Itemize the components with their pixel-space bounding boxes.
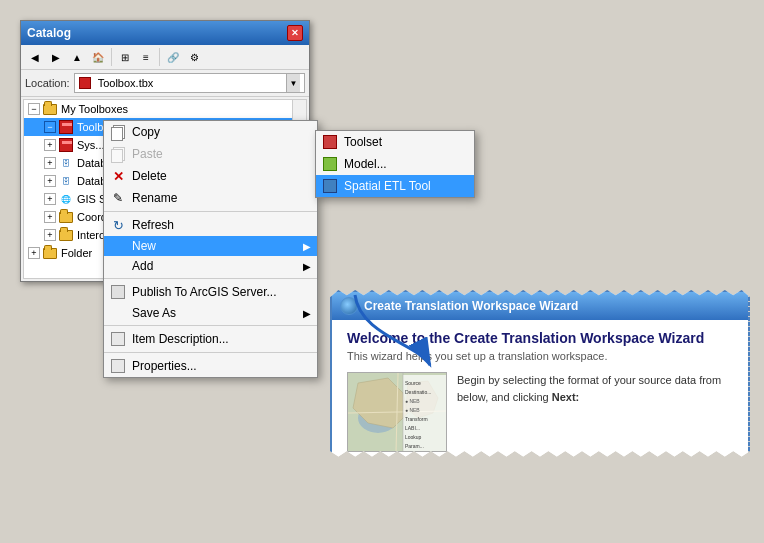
forward-button[interactable]: ▶ bbox=[46, 47, 66, 67]
context-menu: Copy Paste ✕ Delete ✎ Rename ↻ Refresh N… bbox=[103, 120, 318, 378]
gis-icon: 🌐 bbox=[58, 191, 74, 207]
sep1 bbox=[104, 211, 317, 212]
menu-item-paste: Paste bbox=[104, 143, 317, 165]
menu-label-add: Add bbox=[132, 259, 297, 273]
menu-item-copy[interactable]: Copy bbox=[104, 121, 317, 143]
expander-toolbox[interactable]: − bbox=[44, 121, 56, 133]
svg-text:LABI...: LABI... bbox=[405, 425, 420, 431]
expander-db1[interactable]: + bbox=[44, 157, 56, 169]
svg-text:Param...: Param... bbox=[405, 443, 424, 449]
arrow-indicator bbox=[350, 285, 440, 375]
svg-text:● NEB: ● NEB bbox=[405, 407, 420, 413]
expander-folder[interactable]: + bbox=[28, 247, 40, 259]
add-arrow: ▶ bbox=[303, 261, 311, 272]
back-button[interactable]: ◀ bbox=[25, 47, 45, 67]
catalog-toolbar: ◀ ▶ ▲ 🏠 ⊞ ≡ 🔗 ⚙ bbox=[21, 45, 309, 70]
menu-item-saveas[interactable]: Save As ▶ bbox=[104, 303, 317, 323]
options-button[interactable]: ⚙ bbox=[184, 47, 204, 67]
menu-label-refresh: Refresh bbox=[132, 218, 311, 232]
sep1 bbox=[111, 48, 112, 66]
props-icon bbox=[110, 358, 126, 374]
label-sys: Sys... bbox=[77, 139, 105, 151]
folder-icon-my-toolboxes bbox=[42, 101, 58, 117]
label-folder: Folder bbox=[61, 247, 92, 259]
db2-icon: 🗄 bbox=[58, 173, 74, 189]
refresh-icon: ↻ bbox=[110, 217, 126, 233]
sub-item-toolset[interactable]: Toolset bbox=[316, 131, 474, 153]
location-label: Location: bbox=[25, 77, 70, 89]
interop-icon bbox=[58, 227, 74, 243]
saveas-arrow: ▶ bbox=[303, 308, 311, 319]
svg-text:Transform: Transform bbox=[405, 416, 428, 422]
toolbox-icon bbox=[58, 119, 74, 135]
expander-sys[interactable]: + bbox=[44, 139, 56, 151]
sub-item-etl[interactable]: Spatial ETL Tool bbox=[316, 175, 474, 197]
wizard-map: Source Destinatio... ● NEB ● NEB Transfo… bbox=[347, 372, 447, 452]
menu-item-add[interactable]: Add ▶ bbox=[104, 256, 317, 276]
location-dropdown[interactable]: ▼ bbox=[286, 74, 300, 92]
expander-my-toolboxes[interactable]: − bbox=[28, 103, 40, 115]
etl-icon bbox=[322, 178, 338, 194]
rename-icon: ✎ bbox=[110, 190, 126, 206]
location-input[interactable]: Toolbox.tbx ▼ bbox=[74, 73, 305, 93]
sep2 bbox=[104, 278, 317, 279]
svg-text:● NEB: ● NEB bbox=[405, 398, 420, 404]
wizard-body: Source Destinatio... ● NEB ● NEB Transfo… bbox=[347, 372, 733, 452]
folder-icon bbox=[42, 245, 58, 261]
label-my-toolboxes: My Toolboxes bbox=[61, 103, 128, 115]
sep4 bbox=[104, 352, 317, 353]
coordi-icon bbox=[58, 209, 74, 225]
menu-label-publish: Publish To ArcGIS Server... bbox=[132, 285, 311, 299]
up-button[interactable]: ▲ bbox=[67, 47, 87, 67]
expander-gis[interactable]: + bbox=[44, 193, 56, 205]
location-bar: Location: Toolbox.tbx ▼ bbox=[21, 70, 309, 97]
new-arrow: ▶ bbox=[303, 241, 311, 252]
expander-coordi[interactable]: + bbox=[44, 211, 56, 223]
view-btn2[interactable]: ≡ bbox=[136, 47, 156, 67]
wizard-body-bold: Next: bbox=[552, 391, 580, 403]
catalog-title: Catalog bbox=[27, 26, 71, 40]
desc-icon bbox=[110, 331, 126, 347]
sub-item-model[interactable]: Model... bbox=[316, 153, 474, 175]
menu-item-new[interactable]: New ▶ bbox=[104, 236, 317, 256]
menu-item-refresh[interactable]: ↻ Refresh bbox=[104, 214, 317, 236]
svg-text:Destinatio...: Destinatio... bbox=[405, 389, 431, 395]
menu-label-props: Properties... bbox=[132, 359, 311, 373]
menu-item-publish[interactable]: Publish To ArcGIS Server... bbox=[104, 281, 317, 303]
sub-label-toolset: Toolset bbox=[344, 135, 468, 149]
location-value: Toolbox.tbx bbox=[98, 77, 154, 89]
sub-label-etl: Spatial ETL Tool bbox=[344, 179, 468, 193]
connect-button[interactable]: 🔗 bbox=[163, 47, 183, 67]
wizard-body-text: Begin by selecting the format of your so… bbox=[457, 374, 721, 403]
menu-label-new: New bbox=[132, 239, 297, 253]
wizard-text-area: Begin by selecting the format of your so… bbox=[457, 372, 733, 405]
svg-text:Source: Source bbox=[405, 380, 421, 386]
toolset-icon bbox=[322, 134, 338, 150]
menu-label-desc: Item Description... bbox=[132, 332, 311, 346]
view-btn1[interactable]: ⊞ bbox=[115, 47, 135, 67]
copy-icon bbox=[110, 124, 126, 140]
menu-item-props[interactable]: Properties... bbox=[104, 355, 317, 377]
tree-item-my-toolboxes[interactable]: − My Toolboxes bbox=[24, 100, 306, 118]
menu-label-copy: Copy bbox=[132, 125, 311, 139]
svg-text:Lookup: Lookup bbox=[405, 434, 422, 440]
menu-item-delete[interactable]: ✕ Delete bbox=[104, 165, 317, 187]
menu-item-desc[interactable]: Item Description... bbox=[104, 328, 317, 350]
expander-interop[interactable]: + bbox=[44, 229, 56, 241]
menu-label-saveas: Save As bbox=[132, 306, 297, 320]
delete-icon: ✕ bbox=[110, 168, 126, 184]
publish-icon bbox=[110, 284, 126, 300]
home-button[interactable]: 🏠 bbox=[88, 47, 108, 67]
close-button[interactable]: ✕ bbox=[287, 25, 303, 41]
expander-db2[interactable]: + bbox=[44, 175, 56, 187]
sep3 bbox=[104, 325, 317, 326]
sub-label-model: Model... bbox=[344, 157, 468, 171]
menu-label-paste: Paste bbox=[132, 147, 311, 161]
model-icon bbox=[322, 156, 338, 172]
db1-icon: 🗄 bbox=[58, 155, 74, 171]
new-submenu: Toolset Model... Spatial ETL Tool bbox=[315, 130, 475, 198]
map-svg: Source Destinatio... ● NEB ● NEB Transfo… bbox=[348, 373, 447, 452]
menu-label-rename: Rename bbox=[132, 191, 311, 205]
catalog-titlebar: Catalog ✕ bbox=[21, 21, 309, 45]
menu-item-rename[interactable]: ✎ Rename bbox=[104, 187, 317, 209]
